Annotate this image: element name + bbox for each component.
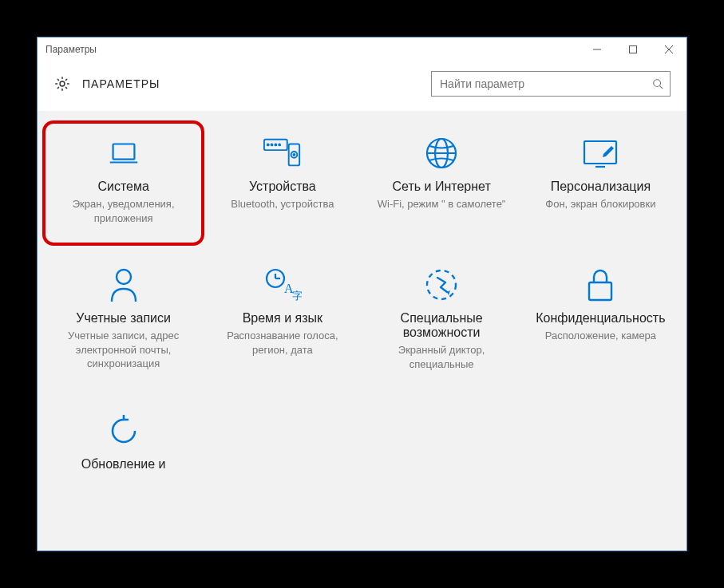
page-title: ПАРАМЕТРЫ [82, 77, 160, 90]
close-icon [665, 45, 673, 53]
svg-rect-20 [584, 141, 616, 164]
ease-icon [423, 265, 460, 305]
tile-desc: Bluetooth, устройства [227, 197, 337, 211]
tile-title: Устройства [249, 180, 316, 194]
svg-rect-30 [589, 282, 611, 300]
tile-timelang[interactable]: A字Время и языкРаспознавание голоса, реги… [203, 257, 362, 379]
tile-personalize[interactable]: ПерсонализацияФон, экран блокировки [521, 125, 680, 233]
tile-title: Время и язык [243, 311, 322, 326]
svg-point-13 [279, 144, 280, 145]
tile-desc: Распознавание голоса, регион, дата [208, 329, 357, 357]
svg-point-28 [427, 270, 456, 299]
tile-devices[interactable]: УстройстваBluetooth, устройства [203, 125, 362, 233]
globe-icon [424, 133, 459, 173]
search-input[interactable] [438, 77, 652, 91]
content-area[interactable]: СистемаЭкран, уведомления, приложенияУст… [38, 111, 686, 551]
svg-point-11 [271, 144, 272, 145]
settings-window: Параметры ПАРАМЕТРЫ [37, 37, 687, 551]
person-icon [108, 265, 140, 305]
tiles-grid: СистемаЭкран, уведомления, приложенияУст… [44, 125, 680, 483]
tile-desc: Wi-Fi, режим " в самолете" [374, 197, 509, 211]
tile-laptop[interactable]: СистемаЭкран, уведомления, приложения [44, 125, 203, 233]
tile-title: Персонализация [551, 180, 651, 194]
titlebar: Параметры [38, 37, 686, 61]
svg-point-5 [654, 80, 661, 87]
tile-desc: Экранный диктор, специальные [367, 343, 516, 371]
minimize-icon [593, 45, 601, 53]
tile-person[interactable]: Учетные записиУчетные записи, адрес элек… [44, 257, 203, 379]
tile-ease[interactable]: Специальные возможностиЭкранный диктор, … [362, 257, 521, 379]
update-icon [106, 411, 141, 451]
svg-marker-29 [447, 290, 450, 295]
svg-point-12 [275, 144, 276, 145]
tile-desc: Учетные записи, адрес электронной почты,… [49, 329, 198, 371]
svg-rect-7 [113, 144, 134, 160]
lock-icon [584, 265, 616, 305]
svg-point-22 [117, 270, 131, 284]
svg-point-4 [60, 81, 65, 86]
svg-text:字: 字 [292, 290, 302, 302]
tile-title: Сеть и Интернет [393, 180, 491, 194]
search-box[interactable] [431, 71, 671, 97]
header: ПАРАМЕТРЫ [38, 61, 686, 111]
timelang-icon: A字 [263, 265, 302, 305]
tile-title: Обновление и [81, 457, 166, 472]
svg-point-10 [267, 144, 269, 145]
tile-desc: Фон, экран блокировки [542, 197, 659, 211]
window-title: Параметры [45, 44, 579, 55]
maximize-button[interactable] [615, 37, 651, 61]
close-button[interactable] [651, 37, 686, 61]
tile-title: Конфиденциальность [536, 311, 665, 326]
minimize-button[interactable] [579, 37, 615, 61]
personalize-icon [581, 133, 619, 173]
window-controls [579, 37, 686, 61]
tile-desc: Расположение, камера [542, 329, 659, 343]
tile-title: Специальные возможности [367, 311, 516, 340]
tile-title: Учетные записи [76, 311, 171, 326]
tile-desc: Экран, уведомления, приложения [49, 197, 198, 225]
maximize-icon [629, 45, 637, 53]
svg-line-6 [660, 86, 663, 89]
svg-point-16 [293, 154, 295, 156]
svg-rect-1 [629, 46, 636, 53]
laptop-icon [105, 133, 142, 173]
search-icon [652, 78, 663, 89]
tile-globe[interactable]: Сеть и ИнтернетWi-Fi, режим " в самолете… [362, 125, 521, 233]
gear-icon [53, 75, 71, 93]
tile-title: Система [97, 180, 148, 194]
devices-icon [263, 133, 303, 173]
tile-lock[interactable]: КонфиденциальностьРасположение, камера [521, 257, 680, 379]
tile-update[interactable]: Обновление и [44, 403, 203, 483]
